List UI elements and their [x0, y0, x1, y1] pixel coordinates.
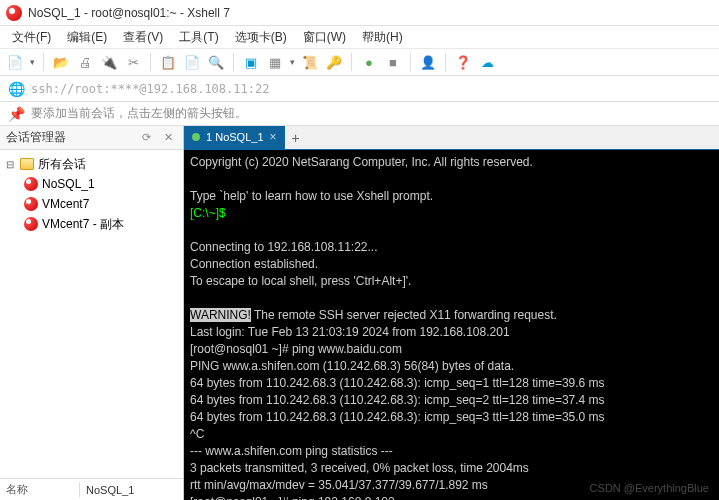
- copy-button[interactable]: 📋: [159, 53, 177, 71]
- terminal[interactable]: Copyright (c) 2020 NetSarang Computer, I…: [184, 150, 719, 500]
- menu-help[interactable]: 帮助(H): [356, 27, 409, 48]
- menu-view[interactable]: 查看(V): [117, 27, 169, 48]
- title-bar: NoSQL_1 - root@nosql01:~ - Xshell 7: [0, 0, 719, 26]
- session-item[interactable]: NoSQL_1: [0, 174, 183, 194]
- session-icon: [24, 197, 38, 211]
- tab-strip: 1 NoSQL_1 × +: [184, 126, 719, 150]
- footer-label: 名称: [0, 482, 80, 497]
- main-area: 会话管理器 ⟳ ✕ ⊟ 所有会话 NoSQL_1 VMcent7: [0, 126, 719, 500]
- footer-value: NoSQL_1: [80, 484, 140, 496]
- session-icon: [24, 217, 38, 231]
- session-label: VMcent7 - 副本: [42, 216, 124, 233]
- tab-index: 1: [206, 131, 212, 143]
- layout-button[interactable]: ▣: [242, 53, 260, 71]
- new-session-button[interactable]: 📄: [6, 53, 24, 71]
- globe-icon: 🌐: [8, 81, 25, 97]
- tab-nosql1[interactable]: 1 NoSQL_1 ×: [184, 126, 285, 149]
- menu-bar: 文件(F) 编辑(E) 查看(V) 工具(T) 选项卡(B) 窗口(W) 帮助(…: [0, 26, 719, 48]
- tab-close-icon[interactable]: ×: [270, 130, 277, 144]
- separator: [410, 53, 411, 71]
- paste-button[interactable]: 📄: [183, 53, 201, 71]
- session-label: VMcent7: [42, 197, 89, 211]
- tab-name: NoSQL_1: [215, 131, 263, 143]
- session-icon: [24, 177, 38, 191]
- disconnect-button[interactable]: ✂: [124, 53, 142, 71]
- stop-button[interactable]: ■: [384, 53, 402, 71]
- key-button[interactable]: 🔑: [325, 53, 343, 71]
- collapse-icon[interactable]: ⊟: [6, 159, 16, 170]
- user-button[interactable]: 👤: [419, 53, 437, 71]
- status-dot-icon: [192, 133, 200, 141]
- add-tab-button[interactable]: +: [285, 127, 307, 149]
- separator: [43, 53, 44, 71]
- separator: [445, 53, 446, 71]
- save-button[interactable]: 🖨: [76, 53, 94, 71]
- record-button[interactable]: ●: [360, 53, 378, 71]
- cloud-button[interactable]: ☁: [478, 53, 496, 71]
- separator: [351, 53, 352, 71]
- address-text[interactable]: ssh://root:****@192.168.108.11:22: [31, 82, 269, 96]
- session-manager-title: 会话管理器: [6, 129, 66, 146]
- hint-text: 要添加当前会话，点击左侧的箭头按钮。: [31, 105, 247, 122]
- help-button[interactable]: ❓: [454, 53, 472, 71]
- menu-file[interactable]: 文件(F): [6, 27, 57, 48]
- session-item[interactable]: VMcent7 - 副本: [0, 214, 183, 234]
- menu-tab[interactable]: 选项卡(B): [229, 27, 293, 48]
- folder-icon: [20, 158, 34, 170]
- address-bar: 🌐 ssh://root:****@192.168.108.11:22: [0, 76, 719, 102]
- grid-button[interactable]: ▦: [266, 53, 284, 71]
- tree-root[interactable]: ⊟ 所有会话: [0, 154, 183, 174]
- hint-bar: 📌 要添加当前会话，点击左侧的箭头按钮。: [0, 102, 719, 126]
- open-button[interactable]: 📂: [52, 53, 70, 71]
- close-panel-icon[interactable]: ✕: [159, 129, 177, 147]
- session-manager-header: 会话管理器 ⟳ ✕: [0, 126, 183, 150]
- session-footer: 名称 NoSQL_1: [0, 478, 183, 500]
- script-button[interactable]: 📜: [301, 53, 319, 71]
- session-item[interactable]: VMcent7: [0, 194, 183, 214]
- app-icon: [6, 5, 22, 21]
- separator: [233, 53, 234, 71]
- separator: [150, 53, 151, 71]
- session-tree: ⊟ 所有会话 NoSQL_1 VMcent7 VMcent7 - 副本: [0, 150, 183, 478]
- tree-root-label: 所有会话: [38, 156, 86, 173]
- toolbar: 📄 ▾ 📂 🖨 🔌 ✂ 📋 📄 🔍 ▣ ▦ ▾ 📜 🔑 ● ■ 👤 ❓ ☁: [0, 48, 719, 76]
- refresh-icon[interactable]: ⟳: [137, 129, 155, 147]
- pin-icon[interactable]: 📌: [8, 106, 25, 122]
- menu-edit[interactable]: 编辑(E): [61, 27, 113, 48]
- content-panel: 1 NoSQL_1 × + Copyright (c) 2020 NetSara…: [184, 126, 719, 500]
- window-title: NoSQL_1 - root@nosql01:~ - Xshell 7: [28, 6, 230, 20]
- session-label: NoSQL_1: [42, 177, 95, 191]
- session-manager-panel: 会话管理器 ⟳ ✕ ⊟ 所有会话 NoSQL_1 VMcent7: [0, 126, 184, 500]
- menu-window[interactable]: 窗口(W): [297, 27, 352, 48]
- menu-tools[interactable]: 工具(T): [173, 27, 224, 48]
- connect-button[interactable]: 🔌: [100, 53, 118, 71]
- find-button[interactable]: 🔍: [207, 53, 225, 71]
